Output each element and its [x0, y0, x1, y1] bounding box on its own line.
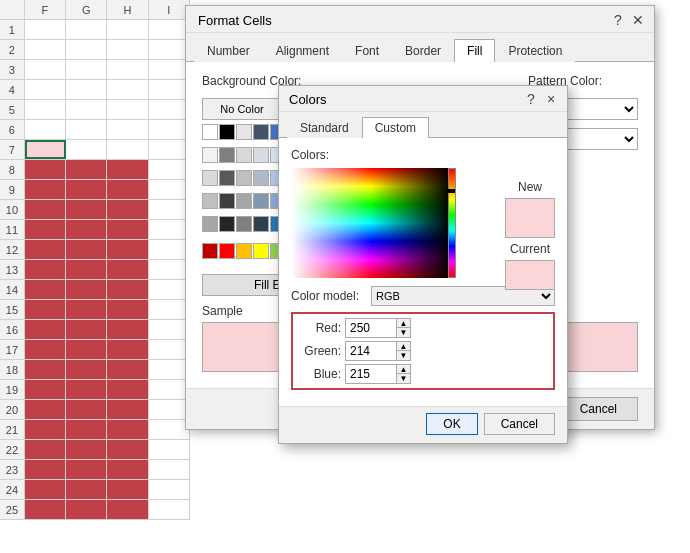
hue-slider[interactable] — [448, 168, 456, 278]
swatch-r3-0[interactable] — [202, 170, 218, 186]
cancel-button[interactable]: Cancel — [559, 397, 638, 421]
green-up[interactable]: ▲ — [396, 342, 410, 351]
colors-title: Colors — [289, 92, 327, 107]
red-row: Red: ▲ ▼ — [299, 318, 547, 338]
swatch-r5-3[interactable] — [253, 216, 269, 232]
color-preview-section: New Current — [505, 180, 555, 290]
colors-footer: OK Cancel — [279, 406, 567, 443]
green-input-wrap: ▲ ▼ — [345, 341, 411, 361]
format-cells-title: Format Cells — [198, 13, 272, 28]
swatch-r3-2[interactable] — [236, 170, 252, 186]
swatch-r3-3[interactable] — [253, 170, 269, 186]
tab-fill[interactable]: Fill — [454, 39, 495, 62]
no-color-button[interactable]: No Color — [202, 98, 282, 120]
swatch-white[interactable] — [202, 124, 218, 140]
std-red-dark[interactable] — [202, 243, 218, 259]
swatch-r5-2[interactable] — [236, 216, 252, 232]
format-cells-titlebar: Format Cells ? ✕ — [186, 6, 654, 33]
column-headers: F G H I — [0, 0, 190, 20]
swatch-r3-1[interactable] — [219, 170, 235, 186]
swatch-r4-1[interactable] — [219, 193, 235, 209]
tab-border[interactable]: Border — [392, 39, 454, 62]
spreadsheet-rows: 1 2 3 4 5 6 7 8 9 10 11 12 13 14 15 16 1… — [0, 20, 190, 520]
col-I: I — [149, 0, 190, 19]
swatch-r4-3[interactable] — [253, 193, 269, 209]
blue-up[interactable]: ▲ — [396, 365, 410, 374]
green-input[interactable] — [346, 342, 396, 360]
color-picker[interactable] — [291, 168, 456, 278]
new-color-preview — [505, 198, 555, 238]
col-F: F — [25, 0, 66, 19]
std-yellow[interactable] — [253, 243, 269, 259]
swatch-r2-3[interactable] — [253, 147, 269, 163]
col-G: G — [66, 0, 107, 19]
tab-alignment[interactable]: Alignment — [263, 39, 342, 62]
current-label: Current — [510, 242, 550, 256]
green-label: Green: — [299, 344, 341, 358]
swatch-r2-1[interactable] — [219, 147, 235, 163]
colors-tab-custom[interactable]: Custom — [362, 117, 429, 138]
colors-tab-standard[interactable]: Standard — [287, 117, 362, 138]
colors-dialog: Colors ? × Standard Custom Colors: Color… — [278, 85, 568, 444]
colors-label: Colors: — [291, 148, 555, 162]
blue-input-wrap: ▲ ▼ — [345, 364, 411, 384]
blue-label: Blue: — [299, 367, 341, 381]
colors-tabs: Standard Custom — [279, 112, 567, 138]
help-button[interactable]: ? — [610, 12, 626, 28]
color-model-label: Color model: — [291, 289, 371, 303]
blue-down[interactable]: ▼ — [396, 374, 410, 383]
rgb-section: Red: ▲ ▼ Green: ▲ ▼ — [291, 312, 555, 390]
blue-input[interactable] — [346, 365, 396, 383]
red-input[interactable] — [346, 319, 396, 337]
swatch-r4-0[interactable] — [202, 193, 218, 209]
red-down[interactable]: ▼ — [396, 328, 410, 337]
swatch-r2-2[interactable] — [236, 147, 252, 163]
new-label: New — [518, 180, 542, 194]
swatch-r5-0[interactable] — [202, 216, 218, 232]
colors-titlebar: Colors ? × — [279, 86, 567, 112]
colors-ok-button[interactable]: OK — [426, 413, 477, 435]
std-orange[interactable] — [236, 243, 252, 259]
green-down[interactable]: ▼ — [396, 351, 410, 360]
col-H: H — [107, 0, 148, 19]
color-gradient[interactable] — [291, 168, 451, 278]
std-red[interactable] — [219, 243, 235, 259]
colors-cancel-button[interactable]: Cancel — [484, 413, 555, 435]
tab-protection[interactable]: Protection — [495, 39, 575, 62]
blue-row: Blue: ▲ ▼ — [299, 364, 547, 384]
close-button[interactable]: ✕ — [630, 12, 646, 28]
swatch-g1[interactable] — [236, 124, 252, 140]
colors-content: Colors: Color model: RGB Red: — [279, 138, 567, 406]
current-color-preview — [505, 260, 555, 290]
colors-help-button[interactable]: ? — [523, 91, 539, 107]
red-label: Red: — [299, 321, 341, 335]
green-row: Green: ▲ ▼ — [299, 341, 547, 361]
red-input-wrap: ▲ ▼ — [345, 318, 411, 338]
corner-cell — [0, 0, 25, 19]
colors-close-button[interactable]: × — [543, 91, 559, 107]
tab-font[interactable]: Font — [342, 39, 392, 62]
swatch-r5-1[interactable] — [219, 216, 235, 232]
swatch-r4-2[interactable] — [236, 193, 252, 209]
format-cells-tabs: Number Alignment Font Border Fill Protec… — [186, 33, 654, 62]
spreadsheet: F G H I 1 2 3 4 5 6 7 8 9 10 11 12 13 14… — [0, 0, 190, 553]
hue-cursor — [447, 189, 455, 193]
red-up[interactable]: ▲ — [396, 319, 410, 328]
tab-number[interactable]: Number — [194, 39, 263, 62]
color-gradient-overlay — [291, 168, 451, 278]
swatch-black[interactable] — [219, 124, 235, 140]
swatch-g2[interactable] — [253, 124, 269, 140]
swatch-r2-0[interactable] — [202, 147, 218, 163]
